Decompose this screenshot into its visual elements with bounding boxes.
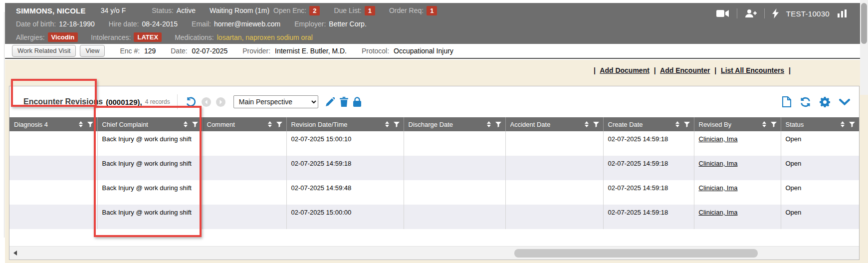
open-enc-badge[interactable]: 2 [309,6,320,15]
sort-icon[interactable] [841,121,845,127]
undo-button[interactable] [186,97,197,107]
column-label: Discharge Date [409,121,453,128]
column-label: Revision Date/Time [291,121,348,128]
employer-value: Better Corp. [329,20,366,28]
medications-label: Medications: [175,33,214,41]
column-header-status[interactable]: Status [781,117,859,131]
refresh-icon[interactable] [800,97,811,107]
column-label: Status [786,121,804,128]
column-header-revision_datetime[interactable]: Revision Date/Time [286,117,404,131]
sort-icon[interactable] [385,121,389,127]
enc-number-value: 129 [144,47,156,55]
revised-by-link[interactable]: Clinician, Ima [699,184,738,192]
waiting-room-status[interactable]: Waiting Room (1m) [210,6,269,14]
patient-banner-row-3: Allergies: Vicodin Intolerances: LATEX M… [5,30,860,44]
chart-number: (0000129), [106,98,142,106]
filter-icon[interactable] [276,122,282,127]
filter-icon[interactable] [684,122,690,127]
view-button[interactable]: View [80,45,105,57]
dob-value: 12-18-1990 [59,20,95,28]
sort-icon[interactable] [79,121,83,127]
panel-header-right-icons [782,96,859,107]
horizontal-scrollbar-thumb[interactable] [514,249,758,258]
toolbar-divider [177,94,178,109]
open-enc-label: Open Enc: [273,6,306,14]
column-header-revised_by[interactable]: Revised By [694,117,781,131]
cell-accident_date [505,131,603,156]
column-header-chief_complaint[interactable]: Chief Complaint [97,117,202,131]
cell-status: Open [781,156,859,180]
panel-title: Encounter Revisions [23,97,103,106]
order-req-badge[interactable]: 1 [427,6,437,15]
status-value: Active [177,6,196,14]
table-header-row: Diagnosis 4Chief ComplaintCommentRevisio… [9,117,859,131]
column-header-diagnosis4[interactable]: Diagnosis 4 [9,117,97,131]
filter-icon[interactable] [849,122,855,127]
emr-page: SIMMONS, NICOLE 34 y/o F Status: Active … [0,0,868,263]
collapse-chevron-icon[interactable] [839,99,850,105]
cell-discharge_date [404,205,505,229]
add-document-link[interactable]: Add Document [600,66,650,74]
sort-icon[interactable] [268,121,272,127]
history-forward-button[interactable] [216,97,225,107]
filter-icon[interactable] [771,122,777,127]
enc-date-value: 02-07-2025 [192,47,228,55]
sort-icon[interactable] [585,121,589,127]
hire-date-label: Hire date: [109,20,139,28]
filter-icon[interactable] [192,122,198,127]
sort-icon[interactable] [762,121,766,127]
cell-status: Open [781,180,859,205]
vertical-scrollbar-thumb[interactable] [861,3,867,44]
revised-by-link[interactable]: Clinician, Ima [699,135,738,143]
cell-status: Open [781,131,859,156]
vertical-scrollbar[interactable] [860,0,868,95]
filter-icon[interactable] [87,122,93,127]
perspective-select[interactable]: Main Perspective [233,95,318,108]
link-separator: | [789,66,791,74]
filter-icon[interactable] [593,122,599,127]
revised-by-link[interactable]: Clinician, Ima [699,209,738,216]
banner-icon-group: TEST-10030 [716,7,847,20]
column-header-comment[interactable]: Comment [202,117,286,131]
revised-by-link[interactable]: Clinician, Ima [699,160,738,167]
column-label: Diagnosis 4 [14,121,48,128]
sort-icon[interactable] [487,121,491,127]
enc-date-label: Date: [171,47,187,55]
provider-label: Provider: [242,47,270,55]
sort-icon[interactable] [184,121,188,127]
intolerance-badge[interactable]: LATEX [134,32,162,42]
lock-perspective-button[interactable] [353,97,361,107]
column-header-accident_date[interactable]: Accident Date [505,117,603,131]
cell-revision_datetime: 02-07-2025 14:59:18 [286,156,404,180]
horizontal-scrollbar[interactable] [9,246,859,260]
lightning-icon[interactable] [772,8,779,18]
list-all-encounters-link[interactable]: List All Encounters [721,66,784,74]
flowsheet-chart-icon[interactable] [837,9,847,17]
cell-revised_by: Clinician, Ima [694,205,781,229]
column-header-create_date[interactable]: Create Date [603,117,694,131]
allergy-badge[interactable]: Vicodin [48,32,78,42]
panel-header: Encounter Revisions (0000129), 4 records… [9,86,859,117]
column-header-discharge_date[interactable]: Discharge Date [404,117,505,131]
work-related-visit-button[interactable]: Work Related Visit [12,45,76,57]
new-document-icon[interactable] [782,96,791,107]
due-list-badge[interactable]: 1 [365,6,375,15]
column-label: Accident Date [510,121,551,128]
video-call-icon[interactable] [716,9,729,17]
edit-perspective-button[interactable] [325,97,335,107]
cell-comment [202,180,286,205]
table-row: Back Injury @ work during shift02-07-202… [9,156,859,180]
sort-icon[interactable] [675,121,679,127]
table-row: Back Injury @ work during shift02-07-202… [9,131,859,156]
delete-perspective-button[interactable] [340,97,348,107]
cell-revision_datetime: 02-07-2025 15:00:00 [286,205,404,229]
settings-gear-icon[interactable] [820,97,830,107]
column-label: Chief Complaint [102,121,149,128]
filter-icon[interactable] [495,122,501,127]
add-encounter-link[interactable]: Add Encounter [660,66,710,74]
filter-icon[interactable] [394,122,400,127]
scroll-left-arrow-icon[interactable] [13,251,17,256]
add-person-icon[interactable] [745,9,757,18]
history-back-button[interactable] [202,97,211,107]
medications-value: losartan, naproxen sodium oral [217,33,313,41]
